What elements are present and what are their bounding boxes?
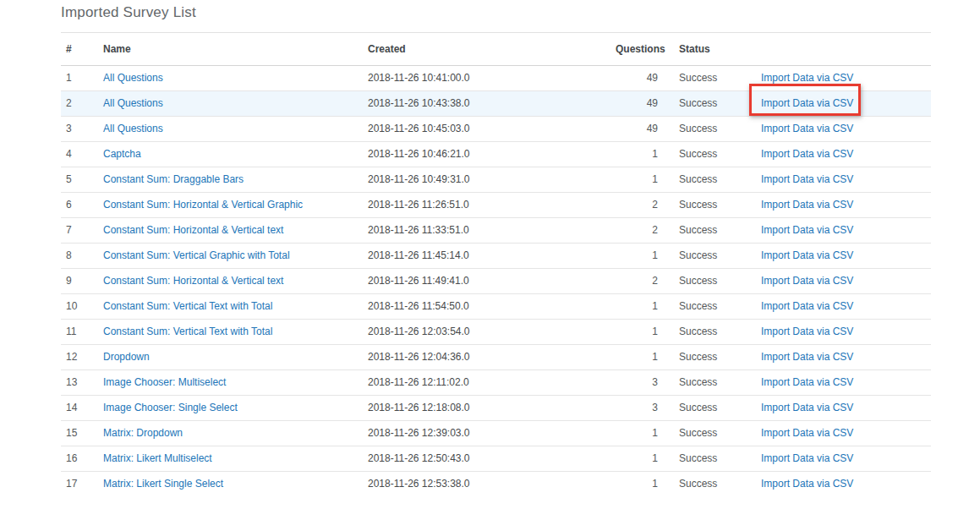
table-row: 5 Constant Sum: Draggable Bars 2018-11-2… bbox=[61, 167, 931, 192]
import-csv-link[interactable]: Import Data via CSV bbox=[761, 478, 853, 490]
row-number: 9 bbox=[61, 268, 103, 293]
created-cell: 2018-11-26 11:33:51.0 bbox=[368, 217, 616, 243]
status-cell: Success bbox=[658, 141, 758, 167]
import-csv-link[interactable]: Import Data via CSV bbox=[761, 97, 853, 109]
status-cell: Success bbox=[658, 471, 758, 496]
import-csv-link[interactable]: Import Data via CSV bbox=[761, 427, 853, 439]
created-cell: 2018-11-26 10:46:21.0 bbox=[368, 141, 616, 167]
questions-cell: 1 bbox=[616, 319, 658, 344]
survey-name-link[interactable]: Captcha bbox=[103, 148, 141, 160]
survey-name-link[interactable]: Matrix: Likert Single Select bbox=[103, 478, 223, 490]
row-number: 5 bbox=[61, 167, 103, 192]
import-csv-link[interactable]: Import Data via CSV bbox=[761, 224, 853, 236]
questions-cell: 2 bbox=[616, 268, 658, 293]
row-number: 14 bbox=[61, 395, 103, 420]
row-number: 8 bbox=[61, 243, 103, 268]
questions-cell: 3 bbox=[616, 369, 658, 395]
import-csv-link[interactable]: Import Data via CSV bbox=[761, 376, 853, 388]
row-number: 10 bbox=[61, 293, 103, 319]
survey-name-link[interactable]: Constant Sum: Vertical Text with Total bbox=[103, 326, 272, 337]
created-cell: 2018-11-26 11:49:41.0 bbox=[368, 268, 616, 293]
import-csv-link[interactable]: Import Data via CSV bbox=[761, 148, 853, 160]
survey-name-link[interactable]: Constant Sum: Horizontal & Vertical text bbox=[103, 275, 283, 287]
status-cell: Success bbox=[658, 395, 758, 420]
row-number: 4 bbox=[61, 141, 103, 167]
questions-cell: 3 bbox=[616, 395, 658, 420]
created-cell: 2018-11-26 12:53:38.0 bbox=[368, 471, 616, 496]
questions-cell: 2 bbox=[616, 192, 658, 217]
questions-cell: 49 bbox=[616, 90, 658, 116]
table-row: 11 Constant Sum: Vertical Text with Tota… bbox=[61, 319, 931, 344]
table-row: 17 Matrix: Likert Single Select 2018-11-… bbox=[61, 471, 931, 496]
import-csv-link[interactable]: Import Data via CSV bbox=[761, 300, 853, 312]
table-row: 8 Constant Sum: Vertical Graphic with To… bbox=[61, 243, 931, 268]
column-header-questions: Questions bbox=[616, 33, 658, 65]
import-csv-link[interactable]: Import Data via CSV bbox=[761, 199, 853, 211]
column-header-index: # bbox=[61, 33, 103, 65]
created-cell: 2018-11-26 10:45:03.0 bbox=[368, 116, 616, 141]
created-cell: 2018-11-26 12:04:36.0 bbox=[368, 344, 616, 369]
created-cell: 2018-11-26 12:39:03.0 bbox=[368, 420, 616, 446]
status-cell: Success bbox=[658, 65, 758, 90]
column-header-status: Status bbox=[658, 33, 758, 65]
survey-name-link[interactable]: Constant Sum: Draggable Bars bbox=[103, 173, 244, 185]
created-cell: 2018-11-26 11:26:51.0 bbox=[368, 192, 616, 217]
imported-survey-list-page: Imported Survey List # Name Created Ques… bbox=[61, 0, 931, 496]
page-title: Imported Survey List bbox=[61, 4, 931, 20]
questions-cell: 49 bbox=[616, 65, 658, 90]
import-csv-link[interactable]: Import Data via CSV bbox=[761, 452, 853, 464]
status-cell: Success bbox=[658, 268, 758, 293]
row-number: 11 bbox=[61, 319, 103, 344]
column-header-created: Created bbox=[368, 33, 616, 65]
status-cell: Success bbox=[658, 167, 758, 192]
status-cell: Success bbox=[658, 319, 758, 344]
import-csv-link[interactable]: Import Data via CSV bbox=[761, 173, 853, 185]
row-number: 15 bbox=[61, 420, 103, 446]
survey-name-link[interactable]: Constant Sum: Vertical Text with Total bbox=[103, 300, 272, 312]
survey-name-link[interactable]: All Questions bbox=[103, 97, 163, 109]
table-row: 12 Dropdown 2018-11-26 12:04:36.0 1 Succ… bbox=[61, 344, 931, 369]
column-header-action bbox=[758, 33, 931, 65]
status-cell: Success bbox=[658, 293, 758, 319]
row-number: 6 bbox=[61, 192, 103, 217]
survey-name-link[interactable]: Image Chooser: Single Select bbox=[103, 402, 238, 413]
survey-name-link[interactable]: All Questions bbox=[103, 72, 163, 84]
survey-name-link[interactable]: Dropdown bbox=[103, 351, 150, 363]
row-number: 16 bbox=[61, 446, 103, 471]
created-cell: 2018-11-26 10:41:00.0 bbox=[368, 65, 616, 90]
import-csv-link[interactable]: Import Data via CSV bbox=[761, 402, 853, 413]
survey-name-link[interactable]: Matrix: Dropdown bbox=[103, 427, 183, 439]
import-csv-link[interactable]: Import Data via CSV bbox=[761, 326, 853, 337]
created-cell: 2018-11-26 10:49:31.0 bbox=[368, 167, 616, 192]
table-row: 3 All Questions 2018-11-26 10:45:03.0 49… bbox=[61, 116, 931, 141]
created-cell: 2018-11-26 12:50:43.0 bbox=[368, 446, 616, 471]
table-header-row: # Name Created Questions Status bbox=[61, 33, 931, 65]
survey-name-link[interactable]: Constant Sum: Horizontal & Vertical Grap… bbox=[103, 199, 303, 211]
survey-name-link[interactable]: Matrix: Likert Multiselect bbox=[103, 452, 212, 464]
table-row: 10 Constant Sum: Vertical Text with Tota… bbox=[61, 293, 931, 319]
created-cell: 2018-11-26 12:03:54.0 bbox=[368, 319, 616, 344]
import-csv-link[interactable]: Import Data via CSV bbox=[761, 249, 853, 261]
questions-cell: 1 bbox=[616, 446, 658, 471]
import-csv-link[interactable]: Import Data via CSV bbox=[761, 72, 853, 84]
questions-cell: 1 bbox=[616, 420, 658, 446]
questions-cell: 1 bbox=[616, 344, 658, 369]
table-row: 1 All Questions 2018-11-26 10:41:00.0 49… bbox=[61, 65, 931, 90]
survey-name-link[interactable]: Constant Sum: Horizontal & Vertical text bbox=[103, 224, 283, 236]
import-csv-link[interactable]: Import Data via CSV bbox=[761, 351, 853, 363]
table-row: 16 Matrix: Likert Multiselect 2018-11-26… bbox=[61, 446, 931, 471]
row-number: 7 bbox=[61, 217, 103, 243]
row-number: 3 bbox=[61, 116, 103, 141]
table-row: 6 Constant Sum: Horizontal & Vertical Gr… bbox=[61, 192, 931, 217]
survey-name-link[interactable]: All Questions bbox=[103, 123, 163, 134]
row-number: 13 bbox=[61, 369, 103, 395]
import-csv-link[interactable]: Import Data via CSV bbox=[761, 123, 853, 134]
import-csv-link[interactable]: Import Data via CSV bbox=[761, 275, 853, 287]
survey-name-link[interactable]: Image Chooser: Multiselect bbox=[103, 376, 226, 388]
survey-name-link[interactable]: Constant Sum: Vertical Graphic with Tota… bbox=[103, 249, 290, 261]
created-cell: 2018-11-26 12:11:02.0 bbox=[368, 369, 616, 395]
status-cell: Success bbox=[658, 243, 758, 268]
table-row: 15 Matrix: Dropdown 2018-11-26 12:39:03.… bbox=[61, 420, 931, 446]
table-row: 2 All Questions 2018-11-26 10:43:38.0 49… bbox=[61, 90, 931, 116]
table-row: 14 Image Chooser: Single Select 2018-11-… bbox=[61, 395, 931, 420]
